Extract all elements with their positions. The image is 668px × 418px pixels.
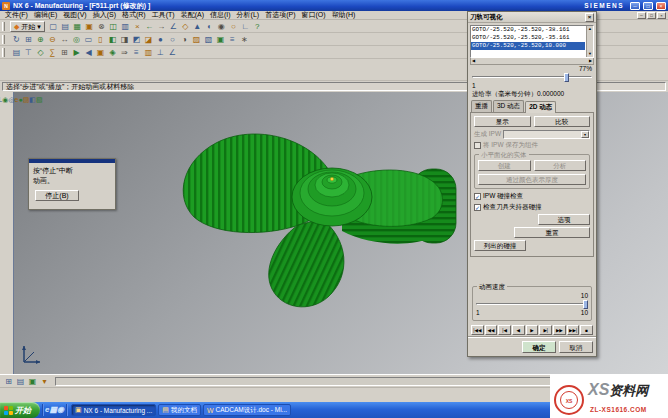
trimetric-view-icon[interactable]: ◪ — [143, 34, 154, 45]
media-player-icon[interactable]: ◉ — [57, 405, 64, 414]
create-operation-icon[interactable]: ⊞ — [59, 47, 70, 58]
tab-3d-dynamic[interactable]: 3D 动态 — [493, 100, 524, 112]
wireframe-view-icon[interactable]: ○ — [167, 34, 178, 45]
help-icon[interactable]: ? — [252, 21, 263, 32]
goto-line[interactable]: GOTO/-25.520,-25.520,10.000 — [471, 42, 585, 50]
maximize-button[interactable]: □ — [643, 2, 653, 10]
shaded-view-icon[interactable]: ● — [155, 34, 166, 45]
create-tool-icon[interactable]: ⊤ — [23, 47, 34, 58]
taskbar-item-nx[interactable]: ▣ NX 6 - Manufacturing ... — [71, 404, 156, 416]
verify-toolpath-icon[interactable]: ▣ — [95, 47, 106, 58]
toolbar-grip[interactable] — [2, 22, 5, 31]
toolbar-grip[interactable] — [2, 48, 5, 57]
datum-plane-icon[interactable]: ◇ — [180, 21, 191, 32]
save-ipw-checkbox[interactable] — [474, 142, 481, 149]
new-file-icon[interactable]: ▢ — [48, 21, 59, 32]
replay-toolpath-icon[interactable]: ◀ — [83, 47, 94, 58]
menu-preferences[interactable]: 首选项(P) — [262, 11, 298, 18]
menu-format[interactable]: 格式(R) — [119, 11, 149, 18]
dialog-titlebar[interactable]: 刀轨可视化 × — [468, 12, 596, 23]
menu-assemblies[interactable]: 装配(A) — [178, 11, 207, 18]
dependencies-icon[interactable]: ⊞ — [3, 376, 14, 387]
hole-icon[interactable]: ◉ — [216, 21, 227, 32]
simulate-machine-icon[interactable]: ◈ — [107, 47, 118, 58]
replay-progress-slider[interactable] — [472, 73, 592, 82]
ok-button[interactable]: 确定 — [522, 341, 556, 353]
edge-blend-icon[interactable]: ○ — [228, 21, 239, 32]
menu-insert[interactable]: 插入(S) — [90, 11, 119, 18]
holder-collision-checkbox[interactable]: ✓ — [474, 204, 481, 211]
open-file-icon[interactable]: ▤ — [60, 21, 71, 32]
machine-tool-view-icon[interactable]: ⊥ — [155, 47, 166, 58]
paste-icon[interactable]: ▥ — [120, 21, 131, 32]
undo-icon[interactable]: ← — [144, 21, 155, 32]
compare-button[interactable]: 比较 — [534, 116, 591, 127]
cut-icon[interactable]: ⊗ — [96, 21, 107, 32]
options-button[interactable]: 选项 — [538, 214, 590, 225]
thickness-by-color-button[interactable]: 通过颜色表示厚度 — [478, 174, 586, 185]
menu-tools[interactable]: 工具(T) — [149, 11, 178, 18]
start-application-button[interactable]: ◆ 开始 ▾ — [10, 21, 45, 32]
taskbar-item-word[interactable]: W CADCAM设计.doc - Mi... — [203, 404, 291, 416]
roles-icon[interactable]: ◧ — [29, 96, 36, 103]
postprocess-icon[interactable]: ⇒ — [119, 47, 130, 58]
hidden-edge-icon[interactable]: ▧ — [203, 34, 214, 45]
top-view-icon[interactable]: ▯ — [95, 34, 106, 45]
step-back-button[interactable]: |◀ — [498, 325, 511, 335]
tab-replay[interactable]: 重播 — [471, 100, 492, 112]
scroll-down-icon[interactable]: ▼ — [587, 51, 593, 57]
revolve-icon[interactable]: ◐ — [204, 21, 215, 32]
create-method-icon[interactable]: ∑ — [47, 47, 58, 58]
go-to-start-button[interactable]: |◀◀ — [471, 325, 484, 335]
sketch-icon[interactable]: ∠ — [168, 21, 179, 32]
measure-icon[interactable]: ∟ — [240, 21, 251, 32]
goto-list[interactable]: GOTO/-25.520,-25.520,-38.161GOTO/-25.520… — [470, 25, 594, 58]
print-icon[interactable]: ▣ — [84, 21, 95, 32]
animation-speed-slider[interactable] — [476, 300, 588, 309]
scroll-up-icon[interactable]: ▲ — [587, 26, 593, 32]
menu-information[interactable]: 信息(I) — [207, 11, 234, 18]
isometric-view-icon[interactable]: ◩ — [131, 34, 142, 45]
studio-render-icon[interactable]: ◑ — [179, 34, 190, 45]
cancel-button[interactable]: 取消 — [559, 341, 593, 353]
tab-2d-dynamic[interactable]: 2D 动态 — [525, 101, 556, 113]
generate-ipw-dropdown[interactable]: ▾ — [503, 130, 590, 139]
menu-help[interactable]: 帮助(H) — [329, 11, 359, 18]
operation-navigator-icon[interactable]: ▥ — [143, 47, 154, 58]
front-view-icon[interactable]: ▭ — [83, 34, 94, 45]
slider-thumb[interactable] — [583, 300, 588, 309]
zoom-in-icon[interactable]: ⊕ — [35, 34, 46, 45]
start-menu-button[interactable]: 开始 — [0, 402, 40, 418]
step-forward-button[interactable]: ▶| — [539, 325, 552, 335]
delete-icon[interactable]: × — [132, 21, 143, 32]
redo-icon[interactable]: → — [156, 21, 167, 32]
facet-view-icon[interactable]: ▨ — [191, 34, 202, 45]
copy-icon[interactable]: ◫ — [108, 21, 119, 32]
menu-analysis[interactable]: 分析(L) — [234, 11, 263, 18]
horizontal-scrollbar[interactable]: ◀ ▶ — [470, 58, 594, 65]
layer-settings-icon[interactable]: ≡ — [227, 34, 238, 45]
analyze-button[interactable]: 分析 — [534, 160, 587, 171]
menu-view[interactable]: 视图(V) — [60, 11, 89, 18]
child-minimize-button[interactable]: ─ — [637, 12, 646, 19]
pan-icon[interactable]: ↔ — [59, 34, 70, 45]
stop-button[interactable]: ■ — [580, 325, 593, 335]
minimize-button[interactable]: ─ — [630, 2, 640, 10]
save-icon[interactable]: ▦ — [72, 21, 83, 32]
snapshot-icon[interactable]: ▣ — [215, 34, 226, 45]
scroll-left-icon[interactable]: ◀ — [472, 58, 475, 64]
menu-edit[interactable]: 编辑(E) — [31, 11, 60, 18]
system-scenes-icon[interactable]: ▧ — [36, 96, 43, 103]
close-button[interactable]: × — [656, 2, 666, 10]
show-button[interactable]: 显示 — [474, 116, 531, 127]
create-geometry-icon[interactable]: ◇ — [35, 47, 46, 58]
show-desktop-icon[interactable]: ▦ — [49, 405, 57, 414]
list-collisions-button[interactable]: 列出的碰撞 — [474, 240, 526, 251]
rewind-button[interactable]: ◀◀ — [485, 325, 498, 335]
menu-file[interactable]: 文件(F) — [2, 11, 31, 18]
extrude-icon[interactable]: ▲ — [192, 21, 203, 32]
toolpath-analysis-icon[interactable]: ∠ — [167, 47, 178, 58]
reset-button[interactable]: 重置 — [514, 227, 590, 238]
taskbar-item-documents[interactable]: ▤ 我的文档 — [158, 404, 201, 416]
details-icon[interactable]: ▤ — [15, 376, 26, 387]
